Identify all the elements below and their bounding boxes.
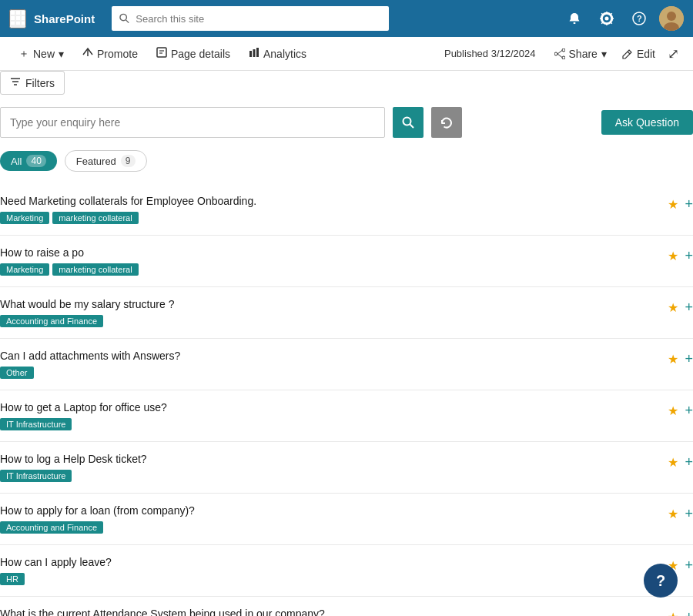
faq-tags: IT Infrastructure xyxy=(0,470,668,482)
svg-line-10 xyxy=(126,20,129,23)
star-icon[interactable]: ★ xyxy=(668,300,678,315)
faq-tag[interactable]: Marketing xyxy=(0,212,49,224)
tab-featured-label: Featured xyxy=(76,156,116,167)
svg-rect-2 xyxy=(22,11,25,15)
filters-button[interactable]: Filters xyxy=(0,71,65,95)
expand-icon[interactable]: + xyxy=(685,609,693,616)
new-icon: ＋ xyxy=(18,47,29,61)
share-button[interactable]: Share ▾ xyxy=(548,45,613,63)
star-icon[interactable]: ★ xyxy=(668,610,678,616)
expand-icon[interactable]: + xyxy=(685,506,693,522)
faq-item: How to apply for a loan (from company)? … xyxy=(0,494,693,545)
faq-right: ★ + xyxy=(668,504,693,522)
faq-tag[interactable]: Other xyxy=(0,367,34,379)
search-row: Ask Question xyxy=(0,107,693,138)
faq-tag[interactable]: Marketing xyxy=(0,263,49,276)
faq-tags: IT Infrastructure xyxy=(0,418,668,430)
expand-icon[interactable]: + xyxy=(685,300,693,316)
bell-icon[interactable] xyxy=(562,6,587,31)
faq-item: Need Marketing collaterals for Employee … xyxy=(0,184,693,236)
faq-left: How to apply for a loan (from company)? … xyxy=(0,504,668,534)
enquiry-search-button[interactable] xyxy=(393,107,424,138)
faq-right: ★ + xyxy=(668,350,693,367)
analytics-button[interactable]: Analytics xyxy=(241,42,314,66)
tab-featured[interactable]: Featured 9 xyxy=(65,150,147,172)
faq-right: ★ + xyxy=(668,195,693,213)
faq-tag[interactable]: Accounting and Finance xyxy=(0,315,103,327)
brand-name: SharePoint xyxy=(34,12,95,25)
page-details-button[interactable]: Page details xyxy=(149,42,238,66)
svg-rect-23 xyxy=(253,49,256,57)
expand-icon[interactable]: + xyxy=(685,196,693,213)
edit-button[interactable]: Edit xyxy=(616,45,661,63)
reset-button[interactable] xyxy=(431,107,462,138)
faq-tag[interactable]: marketing collateral xyxy=(52,212,138,224)
search-input[interactable] xyxy=(136,13,381,25)
faq-tags: Other xyxy=(0,367,668,379)
promote-button[interactable]: Promote xyxy=(75,42,146,66)
faq-right: ★ + xyxy=(668,298,693,316)
help-nav-icon[interactable]: ? xyxy=(627,6,651,31)
faq-item: Can I add attachments with Answers? Othe… xyxy=(0,339,693,390)
tab-featured-count: 9 xyxy=(121,155,136,167)
help-button[interactable]: ? xyxy=(644,564,678,598)
faq-tag[interactable]: IT Infrastructure xyxy=(0,470,72,482)
expand-icon[interactable]: + xyxy=(685,351,693,367)
search-bar xyxy=(112,6,389,31)
star-icon[interactable]: ★ xyxy=(668,249,678,263)
faq-left: What would be my salary structure ? Acco… xyxy=(0,298,668,327)
ask-question-button[interactable]: Ask Question xyxy=(601,110,693,135)
star-icon[interactable]: ★ xyxy=(668,507,678,521)
collapse-button[interactable]: ⤢ xyxy=(665,42,682,65)
faq-tag[interactable]: IT Infrastructure xyxy=(0,418,72,430)
nav-icons: ? xyxy=(562,6,684,31)
star-icon[interactable]: ★ xyxy=(668,455,678,470)
faq-title: What is the current Attendance System be… xyxy=(0,608,668,616)
faq-list: Need Marketing collaterals for Employee … xyxy=(0,184,693,616)
faq-item: How to log a Help Desk ticket? IT Infras… xyxy=(0,442,693,494)
svg-rect-5 xyxy=(22,16,25,20)
new-button[interactable]: ＋ New ▾ xyxy=(11,42,72,66)
faq-left: How to raise a po Marketingmarketing col… xyxy=(0,246,668,276)
star-icon[interactable]: ★ xyxy=(668,403,678,418)
svg-rect-4 xyxy=(16,16,20,20)
faq-tag[interactable]: marketing collateral xyxy=(52,263,138,276)
search-icon xyxy=(119,13,129,24)
svg-rect-7 xyxy=(16,22,20,25)
enquiry-input[interactable] xyxy=(0,107,385,138)
faq-title: How to raise a po xyxy=(0,246,668,259)
faq-tags: HR xyxy=(0,573,668,585)
expand-icon[interactable]: + xyxy=(685,454,693,470)
svg-rect-6 xyxy=(11,22,15,25)
expand-icon[interactable]: + xyxy=(685,557,693,574)
faq-title: How can I apply leave? xyxy=(0,556,668,568)
svg-point-26 xyxy=(562,56,565,59)
faq-tag[interactable]: Accounting and Finance xyxy=(0,521,103,534)
faq-left: Need Marketing collaterals for Employee … xyxy=(0,195,668,224)
svg-point-12 xyxy=(605,17,609,21)
faq-item: How can I apply leave? HR ★ + xyxy=(0,545,693,597)
faq-tag[interactable]: HR xyxy=(0,573,25,585)
faq-item: What would be my salary structure ? Acco… xyxy=(0,287,693,339)
expand-icon[interactable]: + xyxy=(685,248,693,264)
grid-menu-icon[interactable] xyxy=(9,9,26,28)
star-icon[interactable]: ★ xyxy=(668,197,678,212)
svg-line-28 xyxy=(557,50,562,54)
faq-right: ★ + xyxy=(668,401,693,419)
faq-item: What is the current Attendance System be… xyxy=(0,597,693,616)
tabs-row: All 40 Featured 9 xyxy=(0,150,693,172)
avatar[interactable] xyxy=(659,6,684,31)
svg-point-9 xyxy=(120,14,126,20)
faq-tags: Accounting and Finance xyxy=(0,315,668,327)
star-icon[interactable]: ★ xyxy=(668,352,678,367)
settings-icon[interactable] xyxy=(594,6,619,31)
faq-title: How to log a Help Desk ticket? xyxy=(0,453,668,465)
main-content: Filters Ask Question All 40 Featured 9 xyxy=(0,71,693,616)
share-chevron-icon: ▾ xyxy=(601,48,607,60)
expand-icon[interactable]: + xyxy=(685,403,693,419)
tab-all[interactable]: All 40 xyxy=(0,151,57,171)
faq-left: What is the current Attendance System be… xyxy=(0,608,668,616)
tab-all-label: All xyxy=(11,156,22,167)
svg-rect-3 xyxy=(11,16,15,20)
svg-point-25 xyxy=(562,49,565,52)
